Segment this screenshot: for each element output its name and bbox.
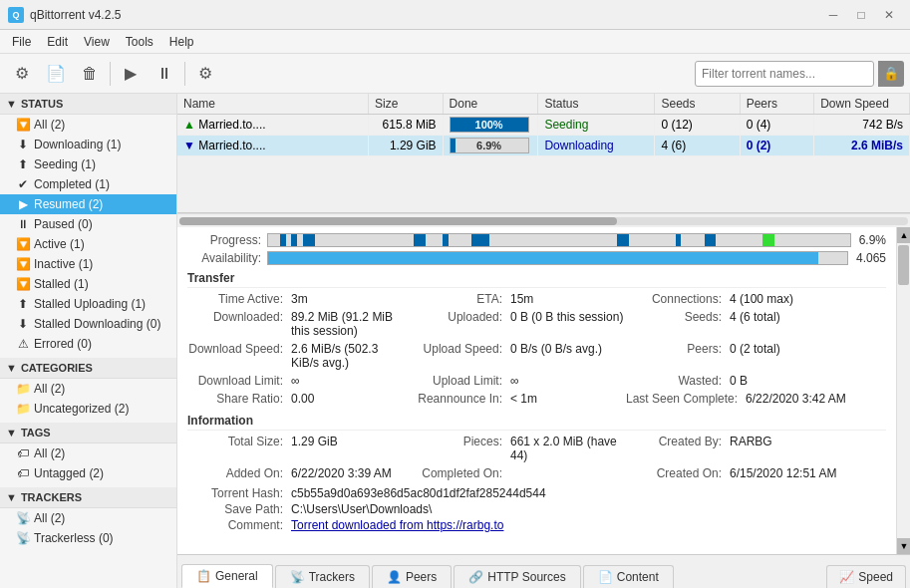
hscroll-thumb[interactable] — [179, 217, 617, 225]
sidebar-item-tag-all[interactable]: 🏷 All (2) — [0, 443, 176, 463]
app-icon: Q — [8, 7, 24, 23]
sidebar-item-uncategorized[interactable]: 📁 Uncategorized (2) — [0, 399, 176, 419]
torrent-done-1: 100% — [443, 115, 538, 136]
sidebar-item-seeding[interactable]: ⬆ Seeding (1) — [0, 154, 176, 174]
seeding-icon: ⬆ — [16, 157, 30, 171]
status-section-header[interactable]: ▼ STATUS — [0, 94, 176, 115]
ul-speed-val: 0 B/s (0 B/s avg.) — [510, 342, 602, 370]
total-size-key: Total Size: — [187, 435, 287, 462]
menu-tools[interactable]: Tools — [118, 33, 161, 51]
search-lock-icon[interactable]: 🔒 — [878, 61, 904, 87]
delete-button[interactable]: 🗑 — [74, 58, 106, 90]
eta-val: 15m — [510, 292, 533, 306]
minimize-button[interactable]: ─ — [820, 5, 846, 25]
sidebar-paused-label: Paused (0) — [34, 217, 170, 231]
sidebar-item-stalled[interactable]: 🔽 Stalled (1) — [0, 274, 176, 294]
dl-limit-key: Download Limit: — [187, 374, 287, 388]
titlebar-left: Q qBittorrent v4.2.5 — [8, 7, 121, 23]
properties-button[interactable]: ⚙ — [189, 58, 221, 90]
uploaded-val: 0 B (0 B this session) — [510, 310, 623, 338]
sidebar-item-paused[interactable]: ⏸ Paused (0) — [0, 214, 176, 234]
col-header-done[interactable]: Done — [443, 94, 538, 115]
http-sources-label: HTTP Sources — [487, 570, 565, 584]
progress-row: Progress: — [187, 233, 886, 247]
trackers-section-header[interactable]: ▼ TRACKERS — [0, 487, 176, 508]
sidebar-item-tracker-all[interactable]: 📡 All (2) — [0, 508, 176, 528]
options-button[interactable]: ⚙ — [6, 58, 38, 90]
sidebar-item-errored[interactable]: ⚠ Errored (0) — [0, 334, 176, 354]
torrent-row[interactable]: ▼ Married.to.... 1.29 GiB 6.9% Downloadi… — [177, 136, 910, 156]
hscroll-track — [179, 217, 908, 225]
sidebar-stalled-label: Stalled (1) — [34, 277, 170, 291]
tab-content[interactable]: 📄 Content — [583, 565, 674, 588]
detail-scrollbar[interactable]: ▲ ▼ — [896, 227, 910, 554]
connections-val: 4 (100 max) — [730, 292, 793, 306]
sidebar-item-trackerless[interactable]: 📡 Trackerless (0) — [0, 528, 176, 548]
sidebar-item-cat-all[interactable]: 📁 All (2) — [0, 379, 176, 399]
tab-general[interactable]: 📋 General — [181, 564, 273, 588]
categories-section-header[interactable]: ▼ CATEGORIES — [0, 358, 176, 379]
scroll-down-btn[interactable]: ▼ — [897, 538, 910, 554]
col-header-seeds[interactable]: Seeds — [655, 94, 740, 115]
tab-peers[interactable]: 👤 Peers — [372, 565, 452, 588]
tags-collapse-icon: ▼ — [6, 427, 17, 439]
scroll-thumb[interactable] — [898, 245, 909, 285]
sidebar-item-resumed[interactable]: ▶ Resumed (2) — [0, 194, 176, 214]
sidebar-item-untagged[interactable]: 🏷 Untagged (2) — [0, 463, 176, 483]
completed-on-row: Completed On: — [407, 466, 626, 480]
share-ratio-row: Share Ratio: 0.00 — [187, 392, 407, 406]
completed-on-key: Completed On: — [407, 466, 506, 480]
detail-content: Progress: — [177, 227, 896, 554]
torrent-status-1: Seeding — [538, 115, 655, 136]
pause-button[interactable]: ⏸ — [149, 58, 180, 90]
sidebar-item-all[interactable]: 🔽 All (2) — [0, 115, 176, 135]
tag-all-icon: 🏷 — [16, 446, 30, 460]
sidebar-item-inactive[interactable]: 🔽 Inactive (1) — [0, 254, 176, 274]
menu-help[interactable]: Help — [161, 33, 202, 51]
seeds-val: 4 (6 total) — [730, 310, 780, 338]
close-button[interactable]: ✕ — [876, 5, 902, 25]
add-torrent-button[interactable]: 📄 — [40, 58, 72, 90]
sidebar-item-downloading[interactable]: ⬇ Downloading (1) — [0, 135, 176, 154]
col-header-peers[interactable]: Peers — [740, 94, 814, 115]
torrent-row[interactable]: ▲ Married.to.... 615.8 MiB 100% Seeding … — [177, 115, 910, 136]
ul-speed-row: Upload Speed: 0 B/s (0 B/s avg.) — [407, 342, 626, 370]
tab-trackers[interactable]: 📡 Trackers — [275, 565, 370, 588]
sidebar-item-stalled-uploading[interactable]: ⬆ Stalled Uploading (1) — [0, 294, 176, 314]
col-header-name[interactable]: Name — [177, 94, 369, 115]
menu-edit[interactable]: Edit — [39, 33, 76, 51]
tags-section-header[interactable]: ▼ TAGS — [0, 423, 176, 443]
torrent-status-2: Downloading — [538, 136, 655, 156]
col-header-status[interactable]: Status — [538, 94, 655, 115]
torrent-size-1: 615.8 MiB — [369, 115, 444, 136]
col-header-size[interactable]: Size — [369, 94, 444, 115]
uncategorized-icon: 📁 — [16, 402, 30, 416]
torrent-list: Name Size Done Status Seeds Peers Down S… — [177, 94, 910, 213]
created-by-key: Created By: — [626, 435, 726, 462]
time-active-row: Time Active: 3m — [187, 292, 407, 306]
menu-file[interactable]: File — [4, 33, 39, 51]
tab-http-sources[interactable]: 🔗 HTTP Sources — [454, 565, 580, 588]
scroll-up-btn[interactable]: ▲ — [897, 227, 910, 243]
sidebar-item-stalled-downloading[interactable]: ⬇ Stalled Downloading (0) — [0, 314, 176, 334]
sidebar-item-completed[interactable]: ✔ Completed (1) — [0, 174, 176, 194]
sidebar-trackerless-label: Trackerless (0) — [34, 531, 170, 545]
trackerless-icon: 📡 — [16, 531, 30, 545]
toolbar-sep1 — [110, 62, 111, 86]
info-grid: Total Size: 1.29 GiB Pieces: 661 x 2.0 M… — [187, 435, 886, 482]
speed-button[interactable]: 📈 Speed — [826, 565, 906, 588]
hscroll[interactable] — [177, 213, 910, 227]
resume-button[interactable]: ▶ — [115, 58, 147, 90]
sidebar-item-active[interactable]: 🔽 Active (1) — [0, 234, 176, 254]
detail-panel: Progress: — [177, 227, 910, 588]
col-header-speed[interactable]: Down Speed — [814, 94, 910, 115]
menu-view[interactable]: View — [76, 33, 118, 51]
maximize-button[interactable]: □ — [848, 5, 874, 25]
dl-speed-val: 2.6 MiB/s (502.3 KiB/s avg.) — [291, 342, 407, 370]
search-input[interactable] — [695, 61, 874, 87]
detail-progress-bar — [267, 233, 851, 247]
downloaded-val: 89.2 MiB (91.2 MiB this session) — [291, 310, 407, 338]
torrent-peers-1: 0 (4) — [740, 115, 814, 136]
seeds-row: Seeds: 4 (6 total) — [626, 310, 886, 338]
eta-key: ETA: — [407, 292, 506, 306]
